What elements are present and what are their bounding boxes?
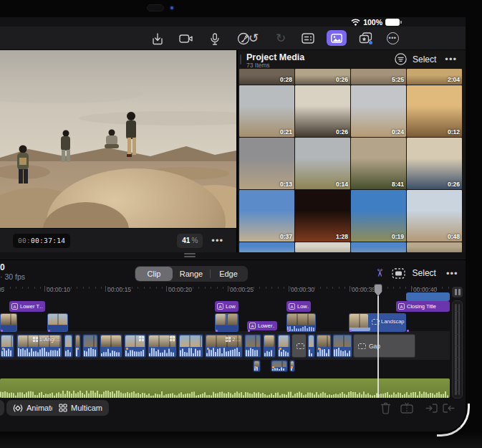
keyframe-marker <box>272 366 274 368</box>
clip-thumbnail <box>309 335 314 347</box>
title-clip-label: Lower… <box>258 323 275 329</box>
device-bezel-bottom <box>0 432 482 448</box>
connected-video-clip[interactable] <box>215 313 238 332</box>
multicam-icon <box>59 404 67 412</box>
animate-icon <box>13 404 23 413</box>
connected-clip-below[interactable] <box>271 360 288 372</box>
clip-waveform <box>18 347 61 356</box>
clip-thumbnail <box>246 335 260 347</box>
primary-storyline-clip[interactable] <box>178 334 203 358</box>
clip-base <box>350 328 370 331</box>
primary-storyline-clip[interactable] <box>307 334 315 358</box>
clip-base <box>1 325 16 331</box>
clip-thumbnail <box>101 335 121 347</box>
clip-connector <box>1 330 3 332</box>
primary-storyline-clip[interactable] <box>100 334 122 358</box>
camera-indicator-light <box>170 6 173 9</box>
primary-storyline-clip[interactable] <box>0 334 14 358</box>
connected-video-clip[interactable] <box>47 313 68 332</box>
gap-icon <box>358 343 366 349</box>
clip-connector <box>287 330 289 332</box>
clip-waveform <box>309 347 314 356</box>
clip-waveform <box>272 366 286 371</box>
clip-thumbnail <box>287 314 315 325</box>
clip-thumbnail <box>1 335 13 347</box>
primary-storyline-clip[interactable] <box>82 334 98 358</box>
title-clip-label: Lower T… <box>20 303 43 310</box>
animate-label: Animate <box>26 404 55 412</box>
primary-storyline-clip[interactable] <box>148 334 177 358</box>
clip-base <box>48 325 67 331</box>
primary-storyline-clip[interactable] <box>74 334 81 358</box>
title-clip-label: Low… <box>297 303 309 310</box>
keyframe-marker <box>279 348 281 350</box>
multicam-clip-icon <box>139 336 144 341</box>
clip-tag: Landscap… <box>372 318 405 325</box>
clip-waveform <box>334 347 351 356</box>
title-icon: A <box>217 303 223 310</box>
primary-storyline-clip[interactable] <box>124 334 146 358</box>
keyframe-marker <box>318 348 320 350</box>
clipped-button[interactable] <box>0 400 4 416</box>
clip-thumbnail <box>216 314 226 325</box>
clip-waveform <box>149 347 175 356</box>
connected-clip-below[interactable] <box>253 360 261 372</box>
multicam-clip-icon <box>33 337 38 342</box>
clip-connector <box>407 330 409 332</box>
clip-connector <box>350 330 352 332</box>
multicam-button[interactable]: Multicam <box>52 400 109 416</box>
title-clip[interactable]: ALower T… <box>9 301 45 312</box>
clip-connector <box>216 330 218 332</box>
primary-storyline-clip[interactable] <box>277 334 291 358</box>
clip-connector <box>48 330 50 332</box>
clip-waveform <box>180 347 202 356</box>
keyframe-marker <box>126 348 128 350</box>
vertical-zoom-slider[interactable] <box>452 300 463 399</box>
clip-tag <box>139 336 144 341</box>
title-clip[interactable]: ALow… <box>286 301 311 312</box>
clip-tag: 2… <box>226 336 241 343</box>
track-height-icon <box>452 287 463 297</box>
primary-storyline-clip[interactable] <box>316 334 332 358</box>
clip-thumbnail <box>1 314 16 325</box>
trash-icon <box>378 401 392 415</box>
clip-thumbnail <box>76 335 79 347</box>
insert-left-icon <box>424 401 438 415</box>
clip-thumbnail <box>264 335 274 347</box>
primary-storyline-clip[interactable] <box>332 334 352 358</box>
clip-base <box>216 325 238 331</box>
title-clip[interactable]: AClosing Title <box>396 301 450 312</box>
clip-thumbnail <box>228 314 238 325</box>
connected-video-clip[interactable] <box>286 313 316 332</box>
primary-storyline-clip[interactable] <box>64 334 73 358</box>
clip-waveform <box>101 347 121 356</box>
primary-storyline-clip[interactable]: 2… <box>205 334 243 358</box>
gap-clip[interactable]: Gap <box>291 334 307 358</box>
keyframe-marker <box>291 366 293 368</box>
timeline-bottom-bar: Animate Multicam <box>0 400 466 419</box>
connected-clip[interactable] <box>406 292 450 301</box>
clip-thumbnail <box>279 335 289 347</box>
clip-waveform <box>206 347 241 356</box>
clip-base <box>287 325 315 331</box>
primary-storyline-clip[interactable] <box>244 334 261 358</box>
clip-label: 2… <box>232 336 241 343</box>
clip-waveform <box>65 347 72 356</box>
clip-tag: 1-Angl… <box>33 336 60 343</box>
front-camera <box>147 4 164 11</box>
keyframe-marker <box>77 348 79 350</box>
gap-clip[interactable]: Gap <box>353 334 415 358</box>
title-clip[interactable]: ALow… <box>215 301 238 312</box>
title-icon: A <box>398 303 405 310</box>
clip-label: Landscap… <box>381 318 405 325</box>
clip-thumbnail <box>317 335 330 347</box>
music-audio-clip[interactable] <box>0 378 450 398</box>
title-clip[interactable]: ALower… <box>247 321 277 330</box>
connected-clip-below[interactable] <box>289 360 295 372</box>
title-icon: A <box>249 323 256 329</box>
connected-video-clip[interactable] <box>0 313 17 332</box>
primary-storyline-clip[interactable]: 1-Angl… <box>16 334 62 358</box>
clip-waveform <box>246 347 260 356</box>
clip-waveform <box>125 347 145 356</box>
primary-storyline-clip[interactable] <box>263 334 276 358</box>
